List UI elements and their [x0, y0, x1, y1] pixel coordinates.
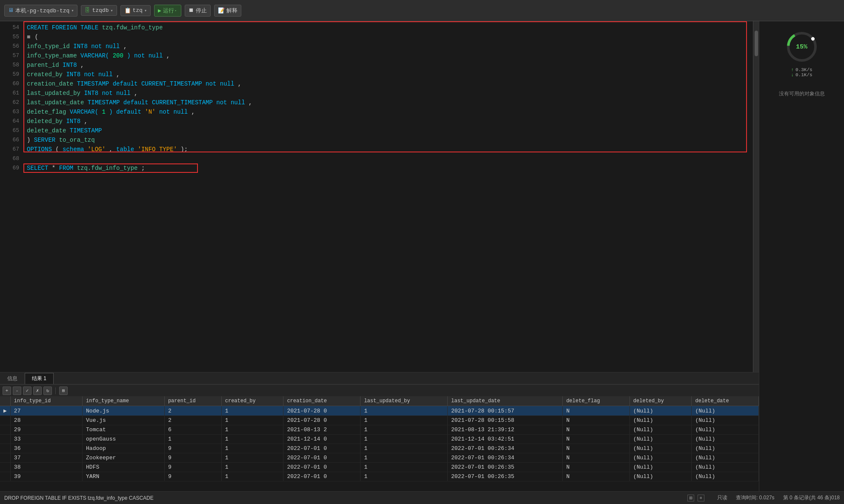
schema-label: tzq	[133, 7, 143, 14]
code-lines[interactable]: CREATE FOREIGN TABLE tzq.fdw_info_type ■…	[23, 21, 753, 372]
refresh-button[interactable]: ↻	[43, 387, 52, 395]
col-header-info-type-id[interactable]: info_type_id	[10, 396, 82, 406]
col-header-creation-date[interactable]: creation_date	[283, 396, 360, 406]
status-right: ⊞ ≡ 只读 查询时间: 0.027s 第 0 条记录(共 46 条)018	[687, 494, 840, 501]
upload-arrow-icon: ↑	[791, 67, 794, 72]
results-table-container[interactable]: info_type_id info_type_name parent_id cr…	[0, 396, 759, 491]
no-object-info-text: 没有可用的对象信息	[779, 90, 825, 97]
col-header-delete-date[interactable]: delete_date	[692, 396, 759, 406]
col-header-last-updated-by[interactable]: last_updated_by	[360, 396, 448, 406]
readonly-label: 只读	[717, 494, 727, 501]
results-tbody: ▶27Node.js212021-07-28 012021-07-28 00:1…	[0, 406, 759, 481]
code-line-58[interactable]: parent_id INT8 ,	[23, 60, 753, 70]
database-dropdown-arrow: ▾	[110, 8, 113, 13]
explain-button[interactable]: 📝 解释	[214, 5, 241, 17]
row-indicator	[0, 416, 10, 425]
code-line-63[interactable]: delete_flag VARCHAR( 1 ) default 'N' not	[23, 107, 753, 117]
table-row[interactable]: 33openGauss112021-12-14 012021-12-14 03:…	[0, 435, 759, 444]
row-indicator	[0, 472, 10, 481]
server-icon: 🖥	[8, 7, 14, 14]
stop-label: 停止	[196, 7, 207, 14]
database-label: tzqdb	[92, 7, 109, 14]
toolbar: 🖥 本机-pg-tzqdb-tzq ▾ 🗄 tzqdb ▾ 📋 tzq ▾ ▶ …	[0, 0, 844, 21]
explain-icon: 📝	[218, 7, 225, 14]
code-line-60[interactable]: creation_date TIMESTAMP default CURRENT_…	[23, 79, 753, 89]
table-row[interactable]: 29Tomcat612021-08-13 212021-08-13 21:39:…	[0, 425, 759, 435]
network-stats: ↑ 0.3K/s ↓ 0.1K/s	[791, 67, 812, 77]
table-row[interactable]: 28Vue.js212021-07-28 012021-07-28 00:15:…	[0, 416, 759, 425]
table-row[interactable]: 37Zookeeper912022-07-01 012022-07-01 00:…	[0, 453, 759, 463]
col-header-deleted-by[interactable]: deleted_by	[629, 396, 692, 406]
run-button[interactable]: ▶ 运行·	[154, 5, 181, 17]
col-header-info-type-name[interactable]: info_type_name	[83, 396, 165, 406]
status-sql-preview: DROP FOREIGN TABLE IF EXISTS tzq.fdw_inf…	[4, 495, 679, 501]
col-header-delete-flag[interactable]: delete_flag	[563, 396, 629, 406]
tab-info[interactable]: 信息	[0, 373, 25, 384]
row-indicator	[0, 453, 10, 463]
code-line-55[interactable]: ■ (	[23, 32, 753, 42]
separator	[55, 387, 56, 394]
upload-speed: 0.3K/s	[795, 67, 813, 72]
table-row[interactable]: 36Hadoop912022-07-01 012022-07-01 00:26:…	[0, 444, 759, 453]
list-view-icon[interactable]: ≡	[698, 495, 704, 501]
code-line-62[interactable]: last_update_date TIMESTAMP default CURRE…	[23, 98, 753, 107]
tab-result-1[interactable]: 结果 1	[25, 373, 54, 384]
scrollbar-thumb[interactable]	[755, 31, 758, 56]
download-speed: 0.1K/s	[795, 72, 813, 77]
schema-icon: 📋	[124, 7, 131, 14]
editor-scrollbar[interactable]	[753, 21, 759, 372]
main-container: 54 55 56 57 58 59 60 61 62 63 64 65 66 6…	[0, 21, 844, 491]
download-stat: ↓ 0.1K/s	[791, 72, 812, 77]
schema-selector[interactable]: 📋 tzq ▾	[120, 5, 151, 16]
table-row[interactable]: 38HDFS912022-07-01 012022-07-01 00:26:35…	[0, 463, 759, 472]
code-line-61[interactable]: last_updated_by INT8 not null ,	[23, 89, 753, 98]
grid-view-icon[interactable]: ⊞	[687, 495, 694, 501]
row-indicator-header	[0, 396, 10, 406]
code-line-67[interactable]: OPTIONS ( schema 'LOG' , table 'INFO_TYP…	[23, 145, 753, 154]
table-row[interactable]: 39YARN912022-07-01 012022-07-01 00:26:35…	[0, 472, 759, 481]
code-container: 54 55 56 57 58 59 60 61 62 63 64 65 66 6…	[0, 21, 759, 372]
database-icon: 🗄	[85, 7, 90, 14]
col-header-parent-id[interactable]: parent_id	[164, 396, 221, 406]
code-line-66[interactable]: ) SERVER to_ora_tzq	[23, 135, 753, 145]
stop-button[interactable]: ⏹ 停止	[185, 5, 211, 17]
row-indicator	[0, 444, 10, 453]
code-line-56[interactable]: info_type_id INT8 not null ,	[23, 42, 753, 51]
check-button[interactable]: ✓	[23, 387, 31, 395]
row-indicator	[0, 463, 10, 472]
query-time: 查询时间: 0.027s	[736, 494, 775, 501]
download-arrow-icon: ↓	[791, 72, 794, 77]
remove-button[interactable]: -	[13, 387, 21, 395]
bottom-actions: + - ✓ ✗ ↻ ⊞	[0, 384, 759, 396]
results-tabs: 信息 结果 1	[0, 372, 759, 384]
cancel-button[interactable]: ✗	[33, 387, 42, 395]
explain-label: 解释	[226, 7, 237, 14]
editor-area: 54 55 56 57 58 59 60 61 62 63 64 65 66 6…	[0, 21, 759, 491]
database-selector[interactable]: 🗄 tzqdb ▾	[81, 5, 117, 16]
server-selector[interactable]: 🖥 本机-pg-tzqdb-tzq ▾	[4, 5, 77, 17]
code-line-64[interactable]: deleted_by INT8 ,	[23, 117, 753, 126]
code-line-57[interactable]: info_type_name VARCHAR( 200 ) not null ,	[23, 51, 753, 60]
editor-scroll[interactable]: 54 55 56 57 58 59 60 61 62 63 64 65 66 6…	[0, 21, 759, 372]
results-table: info_type_id info_type_name parent_id cr…	[0, 396, 759, 481]
col-header-created-by[interactable]: created_by	[221, 396, 283, 406]
add-button[interactable]: +	[3, 387, 11, 395]
code-line-69[interactable]: SELECT * FROM tzq.fdw_info_type ;	[23, 163, 753, 173]
row-indicator	[0, 435, 10, 444]
run-label: 运行·	[163, 7, 177, 14]
server-dropdown-arrow: ▾	[71, 8, 74, 13]
col-header-last-update-date[interactable]: last_update_date	[448, 396, 563, 406]
gauge-container: 15%	[785, 30, 819, 64]
code-line-54[interactable]: CREATE FOREIGN TABLE tzq.fdw_info_type	[23, 23, 753, 32]
results-area: 信息 结果 1 + - ✓ ✗ ↻ ⊞	[0, 372, 759, 491]
status-bar: DROP FOREIGN TABLE IF EXISTS tzq.fdw_inf…	[0, 491, 844, 504]
code-line-59[interactable]: created_by INT8 not null ,	[23, 70, 753, 79]
code-line-68[interactable]	[23, 154, 753, 163]
right-panel: 15% ↑ 0.3K/s ↓ 0.1K/s 没有可用的对象信息	[759, 21, 844, 491]
code-line-65[interactable]: delete_date TIMESTAMP	[23, 126, 753, 135]
grid-button[interactable]: ⊞	[59, 387, 68, 395]
table-row[interactable]: ▶27Node.js212021-07-28 012021-07-28 00:1…	[0, 406, 759, 416]
gauge-text: 15%	[796, 43, 807, 51]
stop-icon: ⏹	[189, 7, 194, 14]
run-icon: ▶	[158, 7, 161, 14]
